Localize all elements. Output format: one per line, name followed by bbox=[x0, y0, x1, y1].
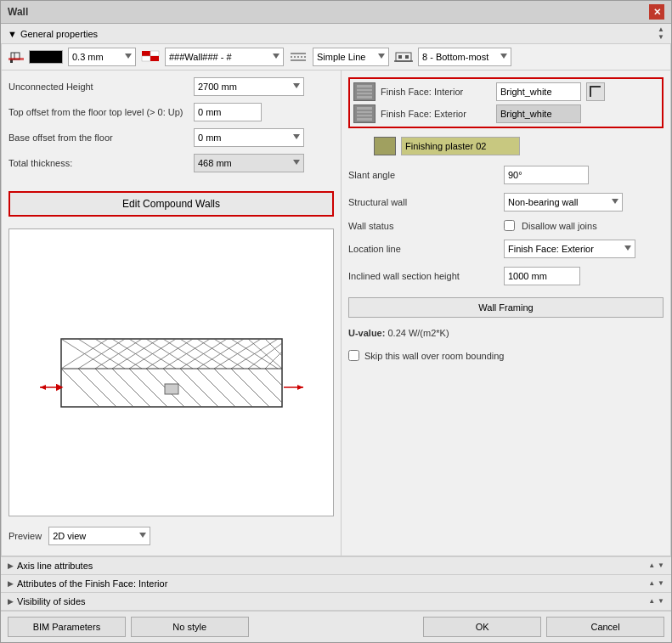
inclined-height-input[interactable] bbox=[504, 267, 580, 285]
no-style-button[interactable]: No style bbox=[131, 617, 249, 637]
axis-expand-icon: ▶ bbox=[8, 561, 14, 570]
line-style-select[interactable]: Simple Line bbox=[313, 48, 389, 66]
ff-up-icon[interactable]: ▲ bbox=[648, 580, 655, 587]
wall-framing-button[interactable]: Wall Framing bbox=[348, 297, 664, 318]
axis-down-icon[interactable]: ▼ bbox=[658, 562, 664, 569]
right-panel: Finish Face: Interior bbox=[342, 71, 670, 556]
up-arrow-icon[interactable]: ▲ bbox=[658, 26, 664, 33]
finishing-plaster-label: Finishing plaster 02 bbox=[401, 137, 520, 155]
svg-marker-60 bbox=[40, 385, 46, 390]
svg-line-55 bbox=[231, 369, 269, 407]
edit-compound-walls-button[interactable]: Edit Compound Walls bbox=[8, 191, 334, 217]
base-offset-select[interactable]: 0 mm bbox=[194, 128, 304, 147]
disallow-joins-label: Disallow wall joins bbox=[522, 221, 597, 231]
pen-icon bbox=[8, 49, 24, 65]
main-content: Unconnected Height 2700 mm Top offset fr… bbox=[1, 71, 671, 556]
svg-rect-7 bbox=[150, 56, 159, 61]
wall-status-row: Wall status Disallow wall joins bbox=[348, 220, 664, 231]
skip-wall-label: Skip this wall over room bounding bbox=[364, 351, 504, 361]
svg-line-49 bbox=[129, 369, 167, 407]
ok-button[interactable]: OK bbox=[423, 617, 541, 637]
inclined-height-row: Inclined wall section height bbox=[348, 267, 664, 285]
axis-up-icon[interactable]: ▲ bbox=[648, 562, 655, 569]
down-arrow-icon[interactable]: ▼ bbox=[658, 34, 664, 41]
svg-rect-13 bbox=[405, 55, 409, 59]
bim-parameters-button[interactable]: BIM Parameters bbox=[8, 617, 126, 637]
slant-angle-input[interactable] bbox=[504, 166, 589, 184]
svg-line-54 bbox=[214, 369, 252, 407]
slant-angle-label: Slant angle bbox=[348, 170, 497, 180]
cancel-button[interactable]: Cancel bbox=[546, 617, 664, 637]
skip-wall-row: Skip this wall over room bounding bbox=[348, 350, 664, 361]
axis-line-header[interactable]: ▶ Axis line attributes ▲ ▼ bbox=[1, 557, 671, 574]
inclined-height-label: Inclined wall section height bbox=[348, 271, 497, 281]
floor-level-select[interactable]: 8 - Bottom-most bbox=[418, 48, 511, 66]
finish-face-attributes-section: ▶ Attributes of the Finish Face: Interio… bbox=[1, 575, 671, 593]
line-style-icon bbox=[289, 49, 308, 65]
general-properties-header[interactable]: ▼ General properties ▲ ▼ bbox=[1, 24, 671, 44]
finish-face-exterior-row: Finish Face: Exterior bbox=[353, 104, 658, 123]
svg-line-57 bbox=[265, 369, 282, 386]
finish-face-exterior-label: Finish Face: Exterior bbox=[381, 109, 491, 119]
structural-wall-select[interactable]: Non-bearing wall Bearing wall Shear wall bbox=[504, 193, 623, 212]
svg-rect-58 bbox=[165, 384, 178, 394]
uvalue-row: U-value: 0.24 W/(m2*K) bbox=[348, 326, 664, 340]
uvalue-value: 0.24 W/(m2*K) bbox=[387, 328, 449, 338]
svg-marker-62 bbox=[297, 385, 303, 390]
wall-preview-svg bbox=[36, 296, 308, 449]
form-fields: Unconnected Height 2700 mm Top offset fr… bbox=[8, 77, 334, 179]
visibility-header[interactable]: ▶ Visibility of sides ▲ ▼ bbox=[1, 593, 671, 610]
finish-face-box: Finish Face: Interior bbox=[348, 77, 664, 128]
top-offset-input[interactable] bbox=[194, 103, 262, 121]
axis-line-label: Axis line attributes bbox=[17, 561, 93, 571]
visibility-section: ▶ Visibility of sides ▲ ▼ bbox=[1, 593, 671, 611]
svg-line-53 bbox=[197, 369, 235, 407]
unconnected-height-select[interactable]: 2700 mm bbox=[194, 77, 304, 96]
ff-down-icon[interactable]: ▼ bbox=[658, 580, 664, 587]
disallow-joins-checkbox[interactable] bbox=[504, 220, 515, 231]
general-properties-label: General properties bbox=[20, 29, 98, 39]
vis-up-icon[interactable]: ▲ bbox=[648, 598, 655, 605]
floor-icon bbox=[394, 49, 413, 65]
top-offset-label: Top offset from the floor top level (> 0… bbox=[8, 107, 187, 117]
preview-footer: Preview 2D view bbox=[8, 523, 334, 549]
finish-face-interior-corner-button[interactable] bbox=[586, 82, 605, 101]
skip-wall-checkbox[interactable] bbox=[348, 350, 359, 361]
svg-line-46 bbox=[78, 369, 116, 407]
svg-rect-11 bbox=[396, 53, 411, 61]
svg-rect-6 bbox=[142, 56, 150, 61]
location-line-row: Location line Finish Face: Interior Fini… bbox=[348, 240, 664, 258]
horizontal-lines-icon bbox=[289, 49, 308, 65]
finishing-plaster-icon bbox=[374, 137, 396, 155]
color-swatch[interactable] bbox=[29, 50, 63, 64]
location-line-select[interactable]: Finish Face: Interior Finish Face: Exter… bbox=[504, 240, 635, 258]
svg-line-56 bbox=[248, 369, 282, 403]
close-button[interactable]: ✕ bbox=[649, 4, 664, 20]
expand-arrow-icon: ▼ bbox=[8, 29, 17, 39]
slant-angle-row: Slant angle bbox=[348, 166, 664, 184]
location-line-label: Location line bbox=[348, 244, 497, 254]
preview-label: Preview bbox=[8, 531, 42, 541]
svg-line-52 bbox=[180, 369, 218, 407]
total-thickness-select[interactable]: 468 mm bbox=[194, 154, 304, 172]
finish-face-attributes-label: Attributes of the Finish Face: Interior bbox=[17, 578, 167, 589]
finish-face-exterior-color-input[interactable] bbox=[496, 104, 581, 123]
corner-shape-icon bbox=[589, 85, 602, 99]
pen-pattern-select[interactable]: ###Wall### - # bbox=[165, 48, 284, 66]
finish-face-exterior-icon bbox=[353, 104, 376, 123]
preview-view-select[interactable]: 2D view bbox=[48, 527, 150, 545]
finish-face-interior-color-input[interactable] bbox=[496, 82, 581, 101]
pen-size-select[interactable]: 0.3 mm bbox=[68, 48, 136, 66]
structural-wall-label: Structural wall bbox=[348, 197, 497, 207]
unconnected-height-label: Unconnected Height bbox=[8, 82, 187, 92]
ff-expand-icon: ▶ bbox=[8, 579, 14, 588]
bottom-sections: ▶ Axis line attributes ▲ ▼ ▶ Attributes … bbox=[1, 556, 671, 611]
interior-pattern-icon bbox=[356, 84, 373, 99]
finish-face-attributes-header[interactable]: ▶ Attributes of the Finish Face: Interio… bbox=[1, 575, 671, 592]
svg-line-45 bbox=[61, 369, 99, 407]
preview-area bbox=[8, 228, 334, 516]
total-thickness-label: Total thickness: bbox=[8, 158, 187, 168]
vis-down-icon[interactable]: ▼ bbox=[658, 598, 664, 605]
pen-drawing-icon bbox=[8, 49, 24, 65]
bottom-buttons: BIM Parameters No style OK Cancel bbox=[1, 611, 671, 642]
